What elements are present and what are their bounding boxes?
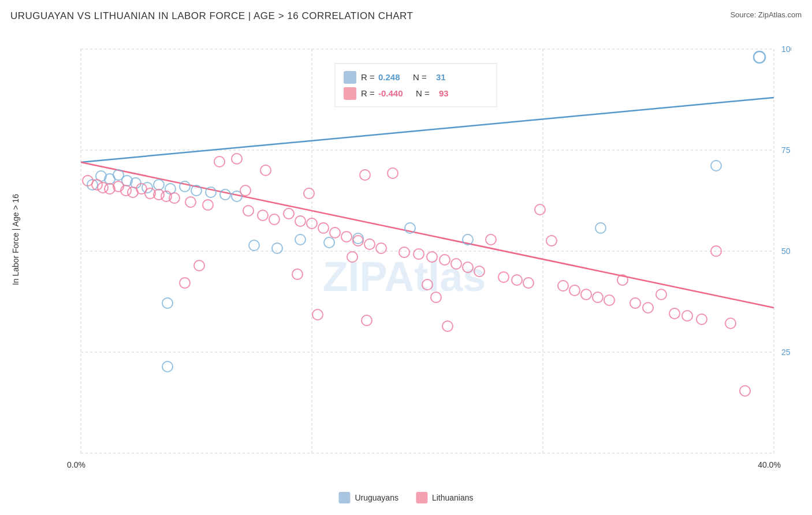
svg-point-78 xyxy=(330,227,340,238)
legend-box-lithuanians xyxy=(416,492,427,503)
svg-point-76 xyxy=(307,218,317,229)
svg-point-123 xyxy=(312,309,323,320)
svg-point-121 xyxy=(260,165,271,176)
svg-text:ZIPAtlas: ZIPAtlas xyxy=(323,253,486,300)
svg-point-101 xyxy=(604,295,614,305)
svg-point-36 xyxy=(154,180,164,190)
svg-text:75.0%: 75.0% xyxy=(781,145,791,155)
svg-point-52 xyxy=(595,223,606,233)
svg-point-77 xyxy=(318,223,329,233)
svg-point-124 xyxy=(362,315,372,326)
svg-text:0.0%: 0.0% xyxy=(67,460,85,469)
svg-rect-24 xyxy=(344,87,356,100)
svg-point-119 xyxy=(304,188,314,199)
svg-point-68 xyxy=(203,200,213,210)
svg-point-108 xyxy=(696,314,707,324)
svg-point-43 xyxy=(162,298,173,308)
legend-item-lithuanians: Lithuanians xyxy=(416,492,474,503)
svg-point-67 xyxy=(185,197,196,207)
legend-item-uruguayans: Uruguayans xyxy=(338,492,398,503)
svg-point-54 xyxy=(754,51,765,63)
svg-point-70 xyxy=(232,154,242,164)
svg-rect-18 xyxy=(335,64,497,107)
svg-text:N =: N = xyxy=(413,72,427,82)
svg-point-79 xyxy=(341,232,352,242)
svg-text:50.0%: 50.0% xyxy=(781,247,791,256)
svg-point-114 xyxy=(292,269,303,279)
source-label: Source: ZipAtlas.com xyxy=(730,10,802,19)
svg-text:25.0%: 25.0% xyxy=(781,348,791,357)
svg-point-107 xyxy=(682,311,692,321)
svg-text:40.0%: 40.0% xyxy=(758,460,781,469)
svg-text:-0.440: -0.440 xyxy=(378,88,403,98)
svg-point-111 xyxy=(740,386,750,396)
legend-box-uruguayans xyxy=(338,492,350,503)
svg-point-73 xyxy=(269,214,280,225)
svg-point-71 xyxy=(243,206,254,216)
svg-point-40 xyxy=(206,187,216,197)
svg-point-117 xyxy=(442,321,453,331)
svg-point-74 xyxy=(284,208,294,219)
svg-rect-19 xyxy=(344,71,356,84)
svg-point-94 xyxy=(523,278,534,288)
svg-point-96 xyxy=(546,236,557,246)
svg-point-47 xyxy=(324,237,334,248)
svg-point-75 xyxy=(295,216,306,226)
legend-label-lithuanians: Lithuanians xyxy=(432,493,474,502)
svg-point-106 xyxy=(669,308,680,319)
svg-point-120 xyxy=(240,185,251,196)
svg-point-112 xyxy=(180,278,190,288)
svg-point-81 xyxy=(364,239,375,249)
svg-point-69 xyxy=(214,156,225,167)
svg-point-41 xyxy=(220,189,230,200)
svg-text:R =: R = xyxy=(361,88,375,98)
svg-point-122 xyxy=(360,170,370,180)
svg-line-16 xyxy=(81,98,774,162)
svg-point-72 xyxy=(258,210,268,221)
svg-point-110 xyxy=(725,318,736,329)
chart-title: URUGUAYAN VS LITHUANIAN IN LABOR FORCE |… xyxy=(10,10,413,22)
svg-point-99 xyxy=(581,289,591,300)
svg-point-48 xyxy=(353,233,363,244)
svg-text:R =: R = xyxy=(361,72,375,82)
svg-point-82 xyxy=(376,243,386,253)
svg-point-57 xyxy=(98,182,108,193)
svg-point-53 xyxy=(711,161,721,171)
svg-point-91 xyxy=(486,234,496,245)
legend-label-uruguayans: Uruguayans xyxy=(355,493,398,502)
chart-container: URUGUAYAN VS LITHUANIAN IN LABOR FORCE |… xyxy=(0,0,812,515)
svg-point-46 xyxy=(295,234,306,245)
svg-text:N =: N = xyxy=(416,88,430,98)
svg-text:93: 93 xyxy=(439,88,449,98)
svg-point-44 xyxy=(249,240,259,251)
svg-text:31: 31 xyxy=(436,72,446,82)
svg-point-97 xyxy=(558,281,568,291)
svg-text:100.0%: 100.0% xyxy=(781,44,791,54)
chart-legend: Uruguayans Lithuanians xyxy=(338,492,473,503)
svg-point-92 xyxy=(498,272,509,282)
svg-point-100 xyxy=(593,292,603,303)
main-chart: 100.0% 75.0% 50.0% 25.0% 0.0% 40.0% ZIPA… xyxy=(35,32,791,488)
svg-point-38 xyxy=(180,181,190,192)
svg-point-45 xyxy=(272,243,282,253)
svg-point-93 xyxy=(512,275,522,285)
svg-point-95 xyxy=(535,204,545,215)
svg-text:0.248: 0.248 xyxy=(378,72,400,82)
svg-point-103 xyxy=(630,298,640,308)
svg-point-105 xyxy=(656,289,666,300)
svg-point-83 xyxy=(388,168,398,178)
svg-point-51 xyxy=(162,361,173,372)
source-text: Source: ZipAtlas.com xyxy=(730,10,802,19)
svg-point-98 xyxy=(569,285,580,296)
svg-point-113 xyxy=(194,260,204,271)
y-axis-label: In Labor Force | Age > 16 xyxy=(0,32,32,447)
y-axis-label-text: In Labor Force | Age > 16 xyxy=(12,194,21,285)
svg-point-80 xyxy=(353,236,363,246)
svg-point-104 xyxy=(643,303,653,313)
